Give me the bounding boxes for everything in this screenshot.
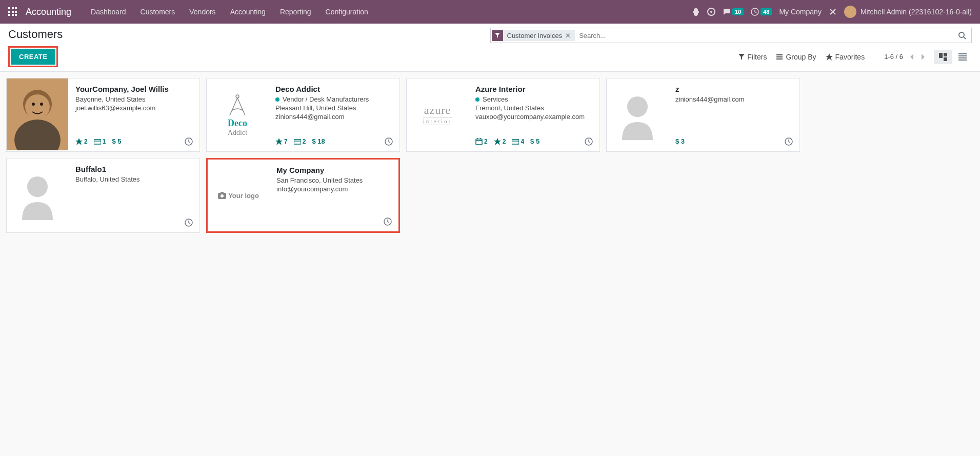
search-icon[interactable] — [954, 29, 970, 42]
amount-stat[interactable]: $ 18 — [312, 137, 325, 145]
control-panel: Customers Customer Invoices ✕ — [0, 24, 980, 72]
facet-remove-icon[interactable]: ✕ — [565, 32, 571, 39]
activity-icon[interactable] — [184, 137, 193, 146]
menu-accounting[interactable]: Accounting — [223, 0, 273, 24]
customer-name: z — [675, 85, 792, 93]
user-menu[interactable]: Mitchell Admin (22316102-16-0-all) — [844, 6, 972, 18]
customer-avatar — [607, 78, 668, 150]
amount-stat[interactable]: $ 5 — [530, 137, 539, 145]
customer-tag: Services — [475, 95, 592, 103]
list-view-button[interactable] — [953, 50, 972, 64]
breadcrumb: Customers — [8, 28, 63, 41]
search-facet: Customer Invoices ✕ — [503, 30, 575, 41]
customer-logo: azure interior — [407, 78, 468, 150]
customer-card[interactable]: Your logo My Company San Francisco, Unit… — [206, 158, 400, 233]
tag-dot-icon — [275, 97, 279, 102]
customer-name: Deco Addict — [275, 85, 392, 93]
svg-rect-37 — [221, 192, 224, 193]
customer-card[interactable]: YourCompany, Joel Willis Bayonne, United… — [6, 78, 200, 152]
svg-rect-6 — [944, 57, 947, 61]
search-input[interactable] — [575, 30, 954, 42]
svg-rect-28 — [512, 140, 519, 144]
search-facet-label: Customer Invoices — [507, 32, 563, 39]
meetings-stat[interactable]: 2 — [475, 138, 488, 145]
customer-name: YourCompany, Joel Willis — [75, 85, 192, 93]
svg-point-33 — [27, 176, 48, 197]
menu-reporting[interactable]: Reporting — [273, 0, 318, 24]
svg-point-20 — [236, 95, 239, 98]
svg-rect-21 — [294, 140, 301, 144]
svg-rect-10 — [958, 60, 967, 61]
customer-email: zinions444@gmail.com — [675, 95, 792, 103]
search-facet-icon — [492, 30, 503, 41]
groupby-button[interactable]: Group By — [776, 53, 816, 61]
cards-stat[interactable]: 4 — [512, 138, 524, 145]
activity-icon[interactable] — [784, 137, 793, 146]
favorites-button[interactable]: Favorites — [826, 53, 865, 61]
opportunities-stat[interactable]: 2 — [494, 138, 506, 145]
app-name[interactable]: Accounting — [26, 7, 71, 17]
user-name: Mitchell Admin (22316102-16-0-all) — [861, 8, 972, 16]
customer-logo: Your logo — [208, 160, 269, 231]
menu-customers[interactable]: Customers — [133, 0, 183, 24]
amount-stat[interactable]: $ 3 — [675, 137, 685, 145]
opportunities-stat[interactable]: 2 — [75, 138, 88, 145]
svg-rect-5 — [944, 53, 947, 56]
svg-point-16 — [40, 103, 43, 106]
menu-vendors[interactable]: Vendors — [182, 0, 223, 24]
cards-stat[interactable]: 1 — [94, 138, 106, 145]
svg-rect-17 — [94, 140, 101, 144]
activity-icon[interactable] — [383, 217, 392, 226]
create-highlight: CREATE — [8, 46, 58, 67]
top-navbar: Accounting Dashboard Customers Vendors A… — [0, 0, 980, 24]
kanban-view: YourCompany, Joel Willis Bayonne, United… — [0, 72, 980, 239]
customer-name: Azure Interior — [475, 85, 592, 93]
svg-point-15 — [32, 103, 35, 106]
tools-icon[interactable] — [829, 8, 837, 16]
cards-stat[interactable]: 2 — [294, 138, 306, 145]
customer-logo: Deco Addict — [207, 78, 268, 150]
activity-icon[interactable] — [184, 218, 193, 227]
user-avatar-icon — [844, 6, 856, 18]
filters-button[interactable]: Filters — [738, 53, 767, 61]
svg-rect-7 — [958, 53, 967, 54]
svg-point-36 — [221, 194, 224, 197]
activity-icon[interactable] — [384, 137, 393, 146]
customer-email: info@yourcompany.com — [276, 185, 391, 193]
apps-menu-icon[interactable] — [8, 7, 17, 16]
customer-email: zinions444@gmail.com — [275, 113, 392, 121]
pager-next-icon[interactable] — [918, 51, 928, 63]
svg-point-31 — [627, 96, 648, 117]
svg-rect-4 — [939, 53, 943, 58]
customer-name: Buffalo1 — [75, 165, 192, 173]
kanban-view-button[interactable] — [934, 50, 952, 64]
activity-icon[interactable] — [584, 137, 593, 146]
opportunities-stat[interactable]: 7 — [275, 138, 288, 145]
svg-rect-24 — [476, 139, 482, 145]
customer-card[interactable]: Buffalo1 Buffalo, United States — [6, 158, 200, 233]
customer-card[interactable]: Deco Addict Deco Addict Vendor / Desk Ma… — [206, 78, 400, 152]
menu-configuration[interactable]: Configuration — [318, 0, 375, 24]
messages-icon[interactable]: 10 — [723, 8, 744, 16]
customer-avatar — [7, 78, 68, 150]
create-button[interactable]: CREATE — [11, 49, 55, 65]
customer-email: joel.willis63@example.com — [75, 104, 192, 112]
customer-location: Bayonne, United States — [75, 95, 192, 103]
customer-card[interactable]: azure interior Azure Interior Services F… — [406, 78, 600, 152]
activities-icon[interactable]: 48 — [751, 8, 772, 16]
search-box[interactable]: Customer Invoices ✕ — [490, 28, 972, 43]
customer-card[interactable]: z zinions444@gmail.com $ 3 — [606, 78, 800, 152]
tag-dot-icon — [475, 97, 479, 102]
debug-icon[interactable] — [692, 8, 700, 16]
svg-rect-8 — [958, 55, 967, 56]
svg-point-14 — [25, 94, 50, 119]
pager-text[interactable]: 1-6 / 6 — [884, 53, 903, 61]
customer-tag: Vendor / Desk Manufacturers — [275, 95, 392, 103]
menu-dashboard[interactable]: Dashboard — [84, 0, 133, 24]
support-icon[interactable] — [707, 8, 715, 16]
main-menu: Dashboard Customers Vendors Accounting R… — [84, 0, 375, 24]
amount-stat[interactable]: $ 5 — [112, 137, 121, 145]
company-selector[interactable]: My Company — [779, 8, 821, 16]
pager-prev-icon[interactable] — [907, 51, 916, 63]
customer-location: Fremont, United States — [475, 104, 592, 112]
